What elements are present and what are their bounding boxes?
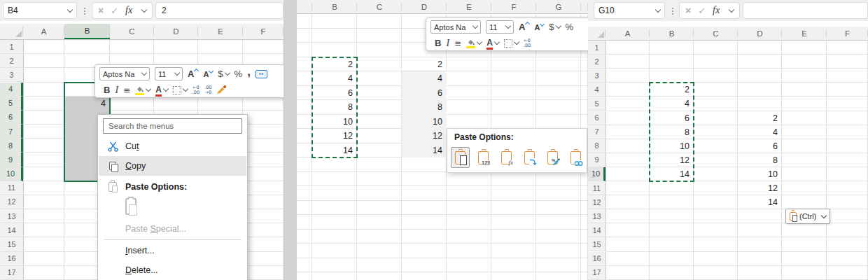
column-header-C[interactable]: C	[357, 0, 402, 13]
insert-function-icon[interactable]: fx	[125, 5, 132, 16]
row-header-16[interactable]: 16	[0, 252, 23, 266]
row-header-15[interactable]: 15	[588, 237, 606, 251]
row-header-16[interactable]: 16	[588, 252, 606, 266]
row-header-6[interactable]: 6	[0, 111, 23, 125]
column-header-D[interactable]: D	[402, 0, 447, 13]
row-header-17[interactable]: 17	[588, 266, 606, 280]
cell-D7[interactable]: 4	[738, 125, 779, 139]
row-header-1[interactable]: 1	[588, 41, 606, 55]
row-header-5[interactable]: 5	[0, 97, 23, 111]
row-header-9[interactable]: 9	[0, 153, 23, 167]
row-header-15[interactable]: 15	[0, 237, 23, 251]
name-box[interactable]: B4	[3, 2, 77, 19]
row-header-10[interactable]: 10	[588, 167, 606, 181]
insert-function-icon[interactable]: fx	[713, 5, 720, 16]
paste-option-formulas[interactable]: fx	[497, 147, 516, 168]
row-header-5[interactable]: 5	[588, 97, 606, 111]
decrease-font-size-icon[interactable]: A	[203, 70, 213, 78]
menu-item-copy[interactable]: Copy	[99, 156, 246, 176]
row-header-11[interactable]: 11	[588, 181, 606, 195]
row-header-7[interactable]: 7	[588, 125, 606, 139]
percent-style-icon[interactable]: %	[566, 22, 574, 32]
row-header-3[interactable]: 3	[0, 68, 23, 82]
decrease-decimal-icon[interactable]: ←0.00	[192, 85, 200, 95]
row-header-14[interactable]: 14	[0, 223, 23, 237]
menu-item-delete[interactable]: Delete...	[99, 260, 246, 280]
cell-D6[interactable]: 6	[402, 86, 444, 101]
paste-option-values[interactable]: 123	[474, 147, 493, 168]
row-header-13[interactable]: 13	[588, 209, 606, 223]
row-header-4[interactable]: 4	[0, 83, 23, 97]
column-header-gap0[interactable]	[297, 0, 312, 13]
fill-color-icon[interactable]	[466, 39, 482, 48]
accounting-format-icon[interactable]: $	[218, 69, 229, 79]
cell-D5[interactable]: 4	[402, 71, 444, 86]
enter-icon[interactable]: ✓	[698, 6, 706, 16]
align-icon[interactable]: ≡	[454, 38, 461, 48]
cancel-icon[interactable]: ×	[685, 5, 691, 16]
column-header-G[interactable]: G	[536, 0, 581, 13]
column-header-A[interactable]: A	[23, 24, 64, 39]
borders-icon[interactable]	[173, 86, 188, 94]
select-all-corner[interactable]	[0, 24, 23, 39]
row-header-8[interactable]: 8	[588, 139, 606, 153]
row-header-12[interactable]: 12	[0, 195, 23, 209]
row-header-11[interactable]: 11	[0, 181, 23, 195]
font-name-select[interactable]: Aptos Na	[99, 67, 150, 80]
column-header-F[interactable]: F	[827, 27, 868, 40]
column-header-E[interactable]: E	[198, 24, 243, 39]
cell-D11[interactable]: 12	[738, 181, 779, 195]
column-header-B[interactable]: B	[312, 0, 357, 13]
cell-D10[interactable]: 14	[402, 144, 444, 158]
menu-search-input[interactable]: Search the menus	[103, 118, 242, 134]
cell-D9[interactable]: 8	[738, 153, 779, 167]
formula-input[interactable]	[743, 2, 868, 19]
align-icon[interactable]: ≡	[123, 85, 130, 95]
column-header-F[interactable]: F	[243, 24, 284, 39]
row-header-8[interactable]: 8	[0, 139, 23, 153]
row-header-2[interactable]: 2	[588, 55, 606, 69]
column-header-E[interactable]: E	[782, 27, 827, 40]
format-painter-icon[interactable]	[216, 85, 227, 94]
column-header-B[interactable]: B	[650, 27, 694, 40]
column-header-C[interactable]: C	[110, 24, 154, 39]
borders-icon[interactable]	[504, 39, 519, 48]
enter-icon[interactable]: ✓	[111, 6, 118, 16]
row-header-9[interactable]: 9	[588, 153, 606, 167]
cell-D8[interactable]: 6	[738, 139, 779, 153]
cell-D12[interactable]: 14	[738, 195, 779, 209]
paste-option-paste[interactable]	[451, 147, 470, 168]
fill-color-icon[interactable]	[135, 86, 150, 94]
font-color-icon[interactable]: A	[155, 84, 168, 96]
column-header-A[interactable]: A	[606, 27, 650, 40]
cell-D6[interactable]: 2	[738, 111, 779, 125]
row-header-12[interactable]: 12	[588, 195, 606, 209]
increase-decimal-icon[interactable]: .00→0	[204, 85, 211, 95]
italic-icon[interactable]: I	[446, 38, 449, 49]
cell-D9[interactable]: 12	[402, 129, 444, 144]
menu-item-insert[interactable]: Insert...	[99, 241, 246, 260]
font-name-select[interactable]: Aptos Na	[430, 20, 481, 34]
paste-option-transpose[interactable]	[520, 147, 539, 168]
bold-icon[interactable]: B	[104, 85, 110, 95]
cancel-icon[interactable]: ×	[98, 5, 104, 16]
cell-D10[interactable]: 10	[738, 167, 779, 181]
font-color-icon[interactable]: A	[486, 37, 499, 49]
row-header-4[interactable]: 4	[588, 83, 606, 97]
font-size-select[interactable]: 11	[155, 67, 183, 80]
column-header-C[interactable]: C	[694, 27, 738, 40]
column-header-F[interactable]: F	[491, 0, 536, 13]
italic-icon[interactable]: I	[115, 85, 118, 96]
decrease-font-size-icon[interactable]: A	[534, 23, 544, 31]
drag-handle-icon[interactable]	[84, 8, 85, 9]
row-header-13[interactable]: 13	[0, 209, 23, 223]
column-header-B[interactable]: B	[64, 24, 110, 39]
merge-cells-icon[interactable]: ↔	[255, 70, 267, 78]
cell-D7[interactable]: 8	[402, 100, 444, 115]
column-header-E[interactable]: E	[447, 0, 491, 13]
percent-style-icon[interactable]: %	[234, 69, 243, 79]
menu-item-cut[interactable]: Cut	[99, 136, 246, 156]
row-header-6[interactable]: 6	[588, 111, 606, 125]
row-header-10[interactable]: 10	[0, 167, 23, 181]
decrease-decimal-icon[interactable]: ←0.00	[524, 38, 531, 48]
